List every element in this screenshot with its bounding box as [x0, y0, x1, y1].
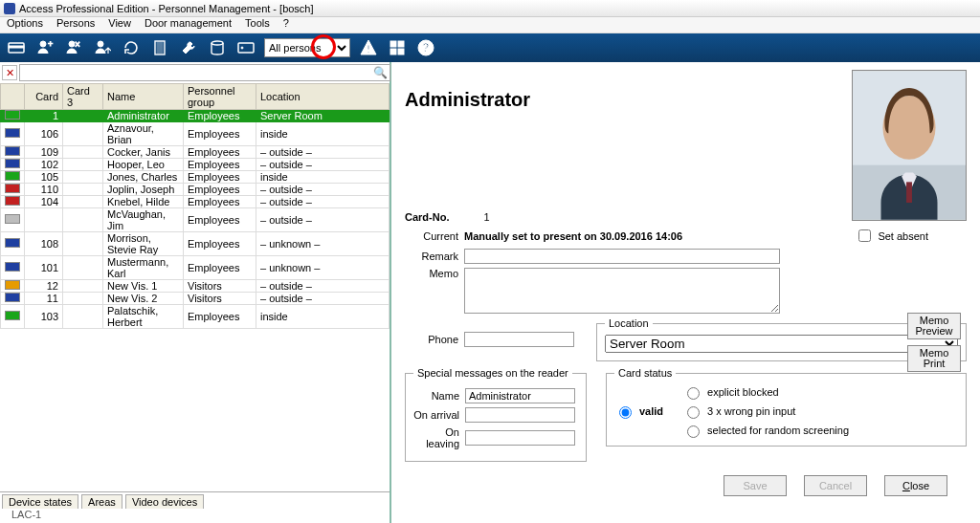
col-header[interactable]: Location	[256, 84, 390, 110]
table-row[interactable]: 1AdministratorEmployeesServer Room	[1, 110, 390, 122]
menu-help[interactable]: ?	[277, 17, 296, 33]
cancel-button[interactable]: Cancel	[804, 475, 867, 496]
table-row[interactable]: 105Jones, CharlesEmployeesinside	[1, 171, 390, 184]
explicit-blocked-radio[interactable]: explicit blocked	[682, 384, 849, 400]
memo-input[interactable]	[464, 268, 780, 314]
remove-person-icon[interactable]: ×	[63, 37, 84, 58]
svg-text:+: +	[48, 39, 53, 49]
svg-rect-12	[368, 45, 369, 50]
valid-radio[interactable]: valid	[614, 403, 663, 419]
svg-rect-13	[368, 52, 369, 54]
table-row[interactable]: 104Knebel, HildeEmployees– outside –	[1, 196, 390, 208]
refresh-icon[interactable]	[121, 37, 142, 58]
location-select[interactable]: Server Room	[605, 335, 958, 353]
menu-options[interactable]: Options	[0, 17, 50, 33]
location-legend: Location	[605, 317, 653, 329]
table-row[interactable]: 101Mustermann, KarlEmployees– unknown –	[1, 256, 390, 280]
set-absent-checkbox[interactable]: Set absent	[855, 227, 928, 245]
col-header[interactable]	[1, 84, 25, 110]
card-status-legend: Card status	[614, 367, 676, 379]
random-screening-radio[interactable]: selected for random screening	[682, 423, 849, 438]
lac-label: LAC-1	[2, 509, 388, 520]
special-name-label: Name	[413, 390, 459, 402]
col-header[interactable]: Personnel group	[184, 84, 256, 110]
remark-input[interactable]	[464, 249, 780, 264]
alert-icon[interactable]	[358, 37, 379, 58]
person-filter-select[interactable]: All persons	[264, 38, 350, 57]
person-photo	[852, 70, 967, 221]
clear-search-button[interactable]: ✕	[2, 65, 17, 80]
phone-label: Phone	[405, 334, 458, 345]
table-row[interactable]: 108Morrison, Stevie RayEmployees– unknow…	[1, 232, 390, 256]
svg-rect-1	[9, 46, 24, 48]
add-person-icon[interactable]: +	[34, 37, 56, 58]
right-panel: Administrator Card-No. 1 Current Manuall…	[391, 62, 980, 523]
person-grid[interactable]: CardCard 3NamePersonnel groupLocation 1A…	[0, 83, 390, 491]
card-icon[interactable]	[6, 37, 27, 58]
current-value: Manually set to present on 30.09.2016 14…	[464, 230, 682, 242]
svg-text:×: ×	[75, 39, 80, 50]
phone-input[interactable]	[464, 332, 574, 347]
help-icon[interactable]: ?	[415, 37, 436, 58]
menu-tools[interactable]: Tools	[238, 17, 277, 33]
svg-rect-15	[398, 41, 404, 47]
close-button[interactable]: Close	[884, 475, 947, 496]
memo-preview-button[interactable]: Memo Preview	[907, 313, 961, 339]
photo-placeholder-icon	[853, 71, 966, 220]
special-messages-legend: Special messages on the reader	[413, 367, 572, 379]
card2-icon[interactable]	[235, 37, 256, 58]
title-bar: Access Professional Edition - Personnel …	[0, 0, 980, 17]
menu-persons[interactable]: Persons	[50, 17, 101, 33]
on-arrival-label: On arrival	[413, 409, 459, 421]
app-icon	[4, 3, 15, 14]
table-row[interactable]: McVaughan, JimEmployees– outside –	[1, 208, 390, 232]
toolbar: + × All persons ?	[0, 33, 980, 62]
table-row[interactable]: 110Joplin, JosephEmployees– outside –	[1, 184, 390, 196]
window-title: Access Professional Edition - Personnel …	[19, 3, 314, 14]
cardno-value: 1	[483, 211, 489, 223]
memo-print-button[interactable]: Memo Print	[907, 345, 961, 372]
remark-label: Remark	[405, 251, 458, 262]
col-header[interactable]: Card 3	[63, 84, 103, 110]
col-header[interactable]: Name	[103, 84, 184, 110]
table-row[interactable]: 102Hooper, LeoEmployees– outside –	[1, 159, 390, 171]
tab-device-states[interactable]: Device states	[2, 494, 78, 509]
table-row[interactable]: 103Palatschik, HerbertEmployeesinside	[1, 305, 390, 329]
menu-doormanagement[interactable]: Door management	[138, 17, 238, 33]
special-name-input[interactable]	[465, 388, 575, 403]
wrong-pin-radio[interactable]: 3 x wrong pin input	[682, 403, 849, 419]
table-row[interactable]: 109Cocker, JanisEmployees– outside –	[1, 146, 390, 159]
save-button[interactable]: Save	[724, 475, 787, 496]
search-icon[interactable]: 🔍	[373, 66, 388, 79]
person-title: Administrator	[405, 89, 530, 111]
wrench-icon[interactable]	[178, 37, 199, 58]
menu-view[interactable]: View	[101, 17, 138, 33]
left-panel: ✕ 🔍 CardCard 3NamePersonnel groupLocatio…	[0, 62, 391, 523]
table-row[interactable]: 12New Vis. 1Visitors– outside –	[1, 280, 390, 293]
svg-text:?: ?	[422, 41, 429, 54]
svg-rect-14	[390, 41, 396, 47]
close-btn-rest: lose	[910, 480, 929, 491]
col-header[interactable]: Card	[25, 84, 63, 110]
cardno-label: Card-No.	[405, 211, 449, 223]
table-row[interactable]: 11New Vis. 2Visitors– outside –	[1, 293, 390, 305]
memo-label: Memo	[405, 268, 458, 279]
on-leaving-input[interactable]	[465, 430, 575, 446]
bottom-tabs: Device states Areas Video devices LAC-1	[0, 491, 390, 523]
svg-point-9	[212, 41, 223, 45]
menu-bar: Options Persons View Door management Too…	[0, 17, 980, 33]
swap-person-icon[interactable]	[92, 37, 113, 58]
grid-icon[interactable]	[387, 37, 408, 58]
database-icon[interactable]	[207, 37, 228, 58]
on-leaving-label: On leaving	[413, 426, 459, 449]
on-arrival-input[interactable]	[465, 407, 575, 423]
search-input[interactable]	[19, 64, 390, 81]
svg-rect-8	[157, 42, 163, 54]
table-row[interactable]: 106Aznavour, BrianEmployeesinside	[1, 122, 390, 146]
svg-rect-17	[398, 49, 404, 54]
svg-point-6	[98, 41, 103, 47]
svg-rect-16	[390, 49, 396, 54]
tab-areas[interactable]: Areas	[81, 494, 122, 509]
tab-video-devices[interactable]: Video devices	[125, 494, 204, 509]
door-icon[interactable]	[149, 37, 170, 58]
